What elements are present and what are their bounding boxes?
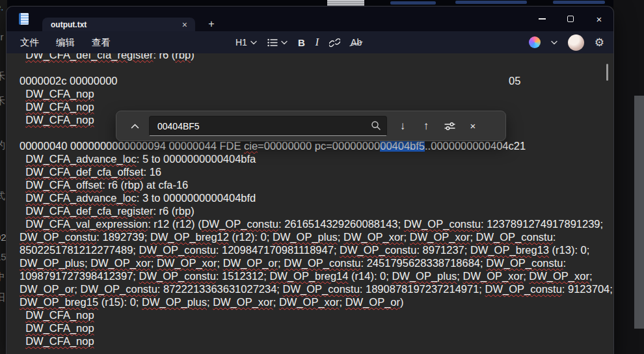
text-segment: DW_CFA_def_cfa_register (25, 53, 153, 61)
text-segment: DW_OP_xor (279, 296, 340, 308)
italic-button[interactable]: I (315, 36, 319, 48)
text-segment: : r6 ( (102, 179, 124, 191)
text-segment: ; (207, 296, 213, 308)
text-segment: DW_OP_constu (81, 283, 157, 295)
editor-line: 00000040 0000000000000094 00000044 FDE c… (20, 139, 608, 152)
account-avatar[interactable] (568, 34, 584, 51)
find-next-button[interactable]: ↓ (391, 116, 414, 137)
bold-button[interactable]: B (298, 37, 305, 48)
background-text-fragment: 15 (0, 251, 7, 262)
text-segment: ; (470, 231, 476, 243)
text-segment: DW_CFA_def_cfa_register (25, 205, 153, 217)
search-match-highlight: 00404bf5 (380, 140, 425, 152)
text-segment: DW_OP_or (223, 257, 278, 269)
close-icon: × (597, 14, 602, 24)
text-segment: DW_OP_constu (283, 283, 360, 295)
editor-line: 0000002c 0000000005 (20, 74, 608, 87)
text-segment: DW_OP_xor (90, 257, 151, 269)
editor-line: DW_OP_or; DW_OP_constu: 8722213363631027… (20, 282, 608, 295)
heading-style-dropdown[interactable]: H1 (235, 37, 257, 48)
background-text-fragment (553, 1, 605, 4)
search-input[interactable] (149, 116, 387, 136)
text-segment: (r14): 0; (348, 270, 392, 282)
text-segment: DW_OP_plus (273, 231, 338, 243)
text-segment: DW_OP_xor (213, 296, 273, 308)
menu-edit[interactable]: 编辑 (56, 36, 75, 49)
background-text-fragment: 式 (0, 190, 5, 202)
vertical-scrollbar-thumb[interactable] (606, 64, 608, 81)
menu-view[interactable]: 查看 (92, 36, 111, 49)
background-text-fragment: 禾 (0, 95, 5, 107)
text-segment: DW_OP_xor (463, 270, 524, 282)
text-segment: DW_OP_constu (284, 257, 360, 269)
minimize-button[interactable] (528, 8, 556, 30)
document-content[interactable]: DW_CFA_def_cfa_register: r6 (rbp)0000002… (7, 53, 613, 354)
text-segment: DW_OP_plus (392, 270, 457, 282)
text-segment: : 3 to 0000000000404bfd (137, 192, 256, 204)
link-button[interactable] (329, 38, 340, 48)
tab-close-icon[interactable]: × (180, 20, 190, 29)
text-segment (20, 114, 25, 126)
text-segment: : 8971237; (416, 244, 470, 256)
copilot-chevron-down-icon[interactable] (551, 40, 557, 45)
new-tab-button[interactable]: + (204, 17, 219, 31)
text-segment: ; (217, 257, 223, 269)
text-segment: DW_OP_constu (20, 231, 96, 243)
copilot-icon[interactable] (529, 36, 541, 48)
editor-line: DW_OP_constu: 1892739; DW_OP_breg12 (r12… (20, 230, 608, 243)
menu-file[interactable]: 文件 (20, 36, 39, 49)
text-segment: cie (244, 140, 258, 152)
tab-output-txt[interactable]: output.txt × (42, 18, 195, 31)
editor[interactable]: DW_CFA_def_cfa_register: r6 (rbp)0000002… (20, 53, 608, 347)
chevron-up-icon (131, 124, 139, 129)
background-text-fragment (390, 1, 436, 5)
text-segment: DW_OP_xor (157, 257, 217, 269)
close-find-bar-button[interactable]: × (461, 116, 485, 137)
text-segment: DW_CFA_nop (25, 322, 94, 334)
text-segment: =00000000 pc=00000000 (258, 140, 380, 152)
text-segment: : 1209847170981118947; (216, 244, 340, 256)
editor-line (20, 61, 608, 74)
text-segment: DW_OP_constu (139, 270, 216, 282)
text-segment: ..0000000000404c21 (425, 140, 526, 152)
editor-line: DW_CFA_nop (20, 321, 608, 334)
editor-line: DW_CFA_advance_loc: 5 to 0000000000404bf… (20, 152, 608, 165)
close-button[interactable]: × (585, 8, 613, 30)
collapse-find-bar-button[interactable] (123, 116, 146, 137)
text-segment: ; (338, 231, 343, 243)
text-segment: (r12): 0; (229, 231, 273, 243)
background-window-scrollbar[interactable] (634, 96, 644, 329)
background-text-fragment: 92 (0, 232, 7, 243)
notepad-window: output.txt × + × 文件 编辑 查看 H1 (7, 7, 613, 354)
background-text-fragment: 旧 (0, 292, 5, 304)
text-segment: rbp (175, 53, 191, 61)
text-segment: : (553, 231, 556, 243)
text-segment: : 9123704; (562, 283, 613, 295)
find-previous-button[interactable]: ↑ (414, 116, 438, 137)
text-segment: DW_CFA_nop (25, 335, 94, 347)
editor-line: DW_CFA_advance_loc: 3 to 0000000000404bf… (20, 191, 608, 204)
filter-sliders-icon (444, 122, 455, 131)
text-segment: DW_OP_constu (476, 231, 553, 243)
text-segment: DW_OP_breg15 (20, 296, 98, 308)
clear-formatting-button[interactable]: Ab (351, 37, 362, 48)
editor-line: DW_CFA_def_cfa_register: r6 (rbp) (20, 53, 608, 61)
text-segment: DW_CFA_def_cfa_offset (25, 166, 143, 178)
list-style-dropdown[interactable] (267, 38, 288, 47)
text-segment: DW_CFA_nop (25, 101, 94, 113)
chevron-down-icon (250, 40, 257, 45)
background-right-strip (613, 0, 644, 354)
text-segment: rbp (175, 205, 191, 217)
text-segment: : 16 (143, 166, 161, 178)
text-segment: ; (523, 270, 529, 282)
find-options-button[interactable] (438, 116, 461, 137)
titlebar[interactable]: output.txt × + × (7, 7, 613, 31)
text-segment: DW_CFA_offset (25, 179, 102, 191)
maximize-button[interactable] (556, 8, 585, 30)
text-segment: DW_CFA_val_expression (25, 218, 148, 230)
editor-line: DW_CFA_nop (20, 308, 608, 321)
gear-icon[interactable]: ⚙ (595, 37, 604, 48)
editor-line: DW_CFA_offset: r6 (rbp) at cfa-16 (20, 178, 608, 191)
text-segment: DW_OP_xor (343, 231, 404, 243)
editor-line: DW_CFA_def_cfa_register: r6 (rbp) (20, 204, 608, 217)
